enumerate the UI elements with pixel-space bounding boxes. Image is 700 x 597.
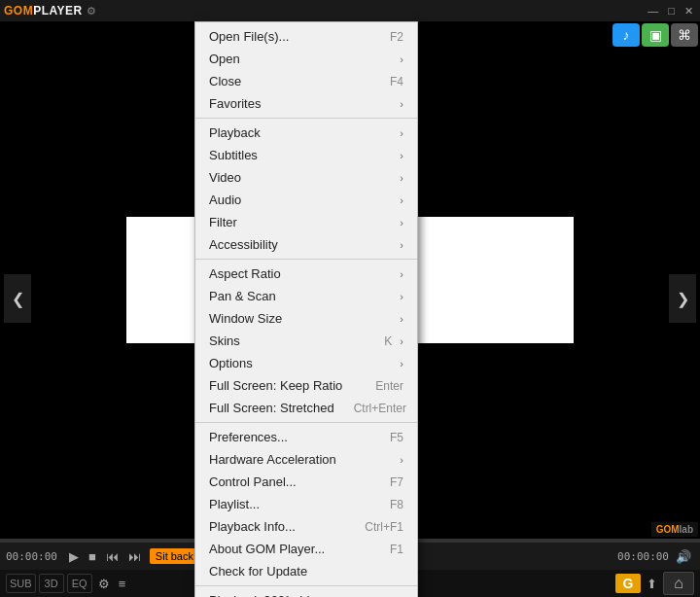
app-logo: GOMPLAYER [4,4,83,18]
menu-item-label: Favorites [209,96,392,111]
menu-item-label: Video [209,170,392,185]
menu-item[interactable]: Video› [195,166,417,189]
menu-item[interactable]: About GOM Player...F1 [195,538,417,560]
menu-item[interactable]: Playlist...F8 [195,493,417,515]
submenu-arrow-icon: › [400,53,403,65]
submenu-arrow-icon: › [400,454,403,466]
menu-item[interactable]: Aspect Ratio› [195,263,417,285]
time-total: 00:00:00 [617,550,669,563]
menu-item-label: Preferences... [209,430,370,444]
submenu-arrow-icon: › [400,127,403,139]
menu-item[interactable]: Playback 360° video› [195,589,417,597]
menu-item[interactable]: Hardware Acceleration› [195,448,417,471]
menu-item-label: Full Screen: Stretched [209,401,334,415]
menu-item[interactable]: Open File(s)...F2 [195,25,417,48]
menu-item-label: Pan & Scan [209,289,392,303]
top-right-icons: ♪ ▣ ⌘ [612,23,698,47]
prev-media-button[interactable]: ❮ [4,274,31,323]
menu-separator [195,118,417,119]
gomlab-badge: GOMlab [651,522,698,537]
submenu-arrow-icon: › [400,239,403,251]
menu-item[interactable]: Pan & Scan› [195,285,417,307]
subtitle-button[interactable]: SUB [6,574,36,593]
context-menu: Open File(s)...F2Open›CloseF4Favorites›P… [194,21,418,597]
menu-item-label: Subtitles [209,148,392,162]
menu-item-label: Full Screen: Keep Ratio [209,378,356,393]
submenu-arrow-icon: › [400,291,403,302]
menu-item[interactable]: Control Panel...F7 [195,471,417,493]
menu-item-shortcut: F7 [390,475,403,489]
menu-item-shortcut: F8 [390,498,403,511]
menu-separator [195,422,417,423]
playlist-icon[interactable]: ≡ [116,577,129,591]
menu-item-label: Aspect Ratio [209,266,392,281]
menu-item[interactable]: Full Screen: Keep RatioEnter [195,374,417,397]
menu-item[interactable]: Options› [195,352,417,374]
menu-item-label: Open [209,52,392,66]
menu-item[interactable]: Audio› [195,189,417,211]
music-service-button[interactable]: ♪ [612,23,640,47]
home-button[interactable]: ⌂ [663,572,694,595]
sit-back-button[interactable]: Sit back [150,548,199,564]
menu-item-label: Open File(s)... [209,29,370,44]
menu-item-label: Hardware Acceleration [209,452,392,467]
menu-item-shortcut: Enter [375,379,403,393]
menu-item[interactable]: Subtitles› [195,144,417,166]
apple-app-button[interactable]: ⌘ [671,23,698,47]
submenu-arrow-icon: › [400,358,403,369]
menu-item[interactable]: Full Screen: StretchedCtrl+Enter [195,397,417,419]
volume-icon[interactable]: 🔊 [673,549,694,564]
settings-icon[interactable]: ⚙ [87,5,96,18]
menu-item-label: Playlist... [209,497,370,511]
menu-item-label: Close [209,74,370,88]
menu-item[interactable]: Favorites› [195,92,417,115]
settings-icon-2[interactable]: ⚙ [95,577,113,591]
menu-item[interactable]: Accessibility› [195,233,417,256]
menu-item-label: Playback Info... [209,519,345,534]
g-button[interactable]: G [615,574,641,593]
menu-item-label: Options [209,356,392,370]
menu-item-label: Accessibility [209,237,392,252]
menu-item-shortcut: F5 [390,431,403,444]
android-app-button[interactable]: ▣ [642,23,669,47]
menu-item[interactable]: CloseF4 [195,70,417,92]
play-button[interactable]: ▶ [66,549,82,564]
menu-separator [195,259,417,260]
submenu-arrow-icon: › [400,335,403,347]
menu-item-shortcut: Ctrl+F1 [365,520,403,534]
3d-sound-button[interactable]: 3D [39,574,64,593]
menu-item-shortcut: F2 [390,30,403,44]
menu-item-label: Control Panel... [209,474,370,489]
menu-item-shortcut: Ctrl+Enter [354,402,406,415]
chevron-left-icon: ❮ [12,290,24,308]
menu-item[interactable]: Filter› [195,211,417,233]
menu-separator [195,585,417,586]
titlebar-left: GOMPLAYER ⚙ [4,4,96,18]
restore-button[interactable]: □ [665,5,678,17]
submenu-arrow-icon: › [400,313,403,325]
menu-item-label: Skins [209,334,365,348]
menu-item[interactable]: Playback› [195,122,417,144]
eq-button[interactable]: EQ [67,574,92,593]
prev-button[interactable]: ⏮ [103,549,122,564]
submenu-arrow-icon: › [400,268,403,280]
menu-item-label: Check for Update [209,564,403,579]
menu-item[interactable]: Playback Info...Ctrl+F1 [195,515,417,538]
menu-item-label: About GOM Player... [209,542,370,556]
close-button[interactable]: ✕ [682,5,696,18]
submenu-arrow-icon: › [400,194,403,206]
next-media-button[interactable]: ❯ [669,274,696,323]
menu-item[interactable]: Preferences...F5 [195,426,417,448]
menu-item-label: Filter [209,215,392,229]
minimize-button[interactable]: — [645,5,661,17]
menu-item[interactable]: Check for Update [195,560,417,582]
submenu-arrow-icon: › [400,172,403,184]
menu-item[interactable]: Open› [195,48,417,70]
menu-item[interactable]: SkinsK› [195,330,417,352]
stop-button[interactable]: ■ [86,549,99,564]
menu-item-shortcut: F4 [390,75,403,88]
menu-item-shortcut: F1 [390,543,403,556]
upload-icon[interactable]: ⬆ [644,577,660,591]
next-button[interactable]: ⏭ [125,549,144,564]
menu-item[interactable]: Window Size› [195,307,417,330]
